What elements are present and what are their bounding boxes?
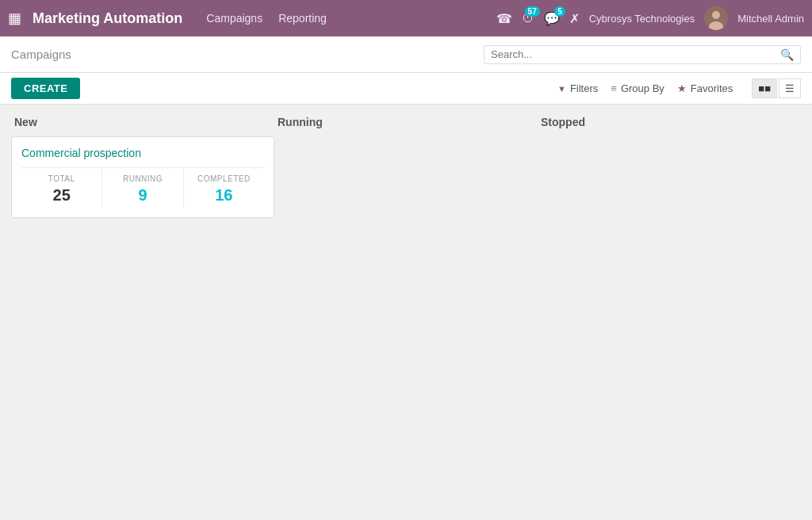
subbar: Campaigns 🔍 bbox=[0, 36, 812, 73]
column-running-header: Running bbox=[274, 116, 538, 136]
view-toggle: ■■ ☰ bbox=[752, 78, 801, 98]
column-running: Running bbox=[274, 116, 538, 224]
main-content: New Commercial prospection TOTAL 25 RUNN… bbox=[0, 105, 812, 520]
nav-links: Campaigns Reporting bbox=[206, 12, 488, 25]
stat-completed: COMPLETED 16 bbox=[184, 168, 264, 208]
stat-completed-label: COMPLETED bbox=[187, 174, 261, 183]
column-new: New Commercial prospection TOTAL 25 RUNN… bbox=[11, 116, 274, 224]
chat-icon[interactable]: 💬 5 bbox=[544, 11, 560, 26]
create-button[interactable]: CREATE bbox=[11, 78, 80, 99]
nav-reporting[interactable]: Reporting bbox=[278, 12, 327, 25]
toolbar: CREATE ▼ Filters ≡ Group By ★ Favorites … bbox=[0, 73, 812, 105]
toolbar-left: CREATE bbox=[11, 78, 80, 99]
filter-icon: ▼ bbox=[557, 84, 566, 94]
nav-campaigns[interactable]: Campaigns bbox=[206, 12, 262, 25]
page-title: Campaigns bbox=[11, 48, 71, 61]
stat-running: RUNNING 9 bbox=[102, 168, 183, 208]
top-navigation: ▦ Marketing Automation Campaigns Reporti… bbox=[0, 0, 812, 36]
column-stopped: Stopped bbox=[538, 116, 801, 224]
groupby-icon: ≡ bbox=[611, 82, 617, 94]
filters-label: Filters bbox=[570, 82, 598, 94]
stat-total-label: TOTAL bbox=[25, 174, 98, 183]
groupby-button[interactable]: ≡ Group By bbox=[611, 82, 665, 94]
clock-badge: 57 bbox=[525, 6, 540, 17]
apps-grid-icon[interactable]: ▦ bbox=[8, 10, 21, 27]
search-bar[interactable]: 🔍 bbox=[484, 45, 801, 64]
star-icon: ★ bbox=[677, 82, 687, 94]
search-icon[interactable]: 🔍 bbox=[780, 48, 794, 61]
close-icon[interactable]: ✗ bbox=[569, 11, 580, 26]
stat-completed-value: 16 bbox=[187, 186, 261, 205]
stat-running-label: RUNNING bbox=[105, 174, 179, 183]
stat-total: TOTAL 25 bbox=[21, 168, 102, 208]
groupby-label: Group By bbox=[621, 82, 665, 94]
card-title[interactable]: Commercial prospection bbox=[21, 147, 264, 159]
toolbar-right: ▼ Filters ≡ Group By ★ Favorites ■■ ☰ bbox=[557, 78, 801, 98]
stat-total-value: 25 bbox=[25, 186, 98, 205]
chat-badge: 5 bbox=[554, 6, 565, 17]
stat-running-value: 9 bbox=[105, 186, 179, 205]
svg-point-1 bbox=[712, 11, 720, 19]
filters-button[interactable]: ▼ Filters bbox=[557, 82, 598, 94]
topbar-right: ☎ ⏱ 57 💬 5 ✗ Cybrosys Technologies Mitch… bbox=[496, 6, 804, 30]
user-avatar[interactable] bbox=[704, 6, 728, 30]
favorites-button[interactable]: ★ Favorites bbox=[677, 82, 733, 94]
list-view-button[interactable]: ☰ bbox=[779, 78, 801, 98]
clock-icon[interactable]: ⏱ 57 bbox=[522, 11, 534, 25]
search-input[interactable] bbox=[491, 48, 780, 60]
phone-icon[interactable]: ☎ bbox=[496, 11, 512, 26]
kanban-board: New Commercial prospection TOTAL 25 RUNN… bbox=[11, 116, 801, 224]
app-title: Marketing Automation bbox=[33, 10, 182, 27]
kanban-card-commercial-prospection: Commercial prospection TOTAL 25 RUNNING … bbox=[11, 136, 274, 218]
column-new-header: New bbox=[11, 116, 274, 136]
company-name[interactable]: Cybrosys Technologies bbox=[589, 13, 695, 25]
kanban-view-button[interactable]: ■■ bbox=[752, 78, 777, 98]
card-stats: TOTAL 25 RUNNING 9 COMPLETED 16 bbox=[21, 167, 264, 208]
column-stopped-header: Stopped bbox=[538, 116, 801, 136]
favorites-label: Favorites bbox=[691, 82, 733, 94]
user-name[interactable]: Mitchell Admin bbox=[737, 13, 804, 25]
